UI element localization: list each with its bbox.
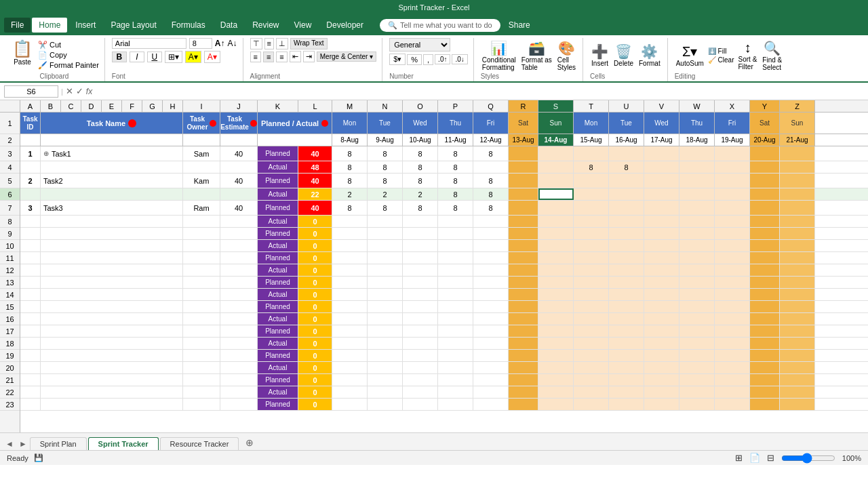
cell-A16[interactable] (20, 313, 41, 325)
cell-Y7[interactable] (750, 201, 780, 215)
col-header-K[interactable]: K (258, 100, 298, 112)
row-num-4[interactable]: 4 (0, 161, 20, 174)
col-header-I[interactable]: I (183, 100, 220, 112)
cell-S2[interactable]: 14-Aug (538, 134, 574, 146)
cell-R7[interactable] (509, 201, 538, 215)
italic-button[interactable]: I (130, 52, 144, 62)
cell-Q3[interactable]: 8 (473, 146, 509, 161)
cell-A4[interactable] (20, 161, 41, 173)
col-header-R[interactable]: R (509, 100, 538, 112)
cell-U2[interactable]: 16-Aug (609, 134, 644, 146)
format-cells-button[interactable]: ⚙️ Format (637, 42, 662, 68)
format-as-table-button[interactable]: 🗃️ Format asTable (520, 39, 553, 73)
row-num-23[interactable]: 23 (0, 399, 20, 411)
cell-A19[interactable] (20, 350, 41, 361)
cell-P3[interactable]: 8 (438, 146, 473, 161)
zoom-slider[interactable] (781, 453, 835, 464)
cell-R1[interactable]: Sat (509, 113, 538, 134)
cell-Z1[interactable]: Sun (780, 113, 815, 134)
cell-L14[interactable]: 0 (298, 289, 332, 300)
cell-X5[interactable] (715, 174, 750, 188)
cell-Q1[interactable]: Fri (473, 113, 509, 134)
cell-BH16[interactable] (41, 313, 183, 325)
find-select-button[interactable]: 🔍 Find &Select (761, 39, 783, 73)
cell-S4[interactable] (538, 161, 574, 173)
cell-A21[interactable] (20, 374, 41, 386)
cell-I11[interactable] (183, 252, 220, 264)
cell-A22[interactable] (20, 386, 41, 398)
cell-A9[interactable] (20, 228, 41, 239)
cell-X3[interactable] (715, 146, 750, 161)
cell-L20[interactable]: 0 (298, 362, 332, 373)
cell-X7[interactable] (715, 201, 750, 215)
cell-J17[interactable] (220, 325, 258, 337)
cell-A20[interactable] (20, 362, 41, 373)
row-num-16[interactable]: 16 (0, 313, 20, 325)
cell-J8[interactable] (220, 216, 258, 227)
cell-J23[interactable] (220, 399, 258, 410)
align-bottom-button[interactable]: ⊥ (276, 38, 288, 49)
cell-A3[interactable]: 1 (20, 146, 41, 161)
cell-Y6[interactable] (750, 188, 780, 200)
cell-I21[interactable] (183, 374, 220, 386)
scroll-right-icon[interactable]: ► (16, 438, 30, 450)
col-header-S[interactable]: S (538, 100, 574, 112)
cell-BH7[interactable]: Task3 (41, 201, 183, 215)
cell-L6[interactable]: 22 (298, 188, 332, 200)
cell-S5[interactable] (538, 174, 574, 188)
cell-W8[interactable] (679, 216, 715, 227)
cell-L22[interactable]: 0 (298, 386, 332, 398)
cell-L3[interactable]: 40 (298, 146, 332, 161)
cell-BH23[interactable] (41, 399, 183, 410)
cell-A2[interactable] (20, 134, 41, 146)
cell-Z4[interactable] (780, 161, 815, 173)
indent-increase-button[interactable]: ⇥ (303, 51, 315, 62)
row-num-20[interactable]: 20 (0, 362, 20, 374)
cell-W2[interactable]: 18-Aug (679, 134, 715, 146)
cell-M7[interactable]: 8 (332, 201, 368, 215)
cell-I3[interactable]: Sam (183, 146, 220, 161)
cell-L19[interactable]: 0 (298, 350, 332, 361)
cell-J14[interactable] (220, 289, 258, 300)
cell-BH4[interactable] (41, 161, 183, 173)
cell-BH22[interactable] (41, 386, 183, 398)
cell-U3[interactable] (609, 146, 644, 161)
cell-L10[interactable]: 0 (298, 240, 332, 251)
row-num-15[interactable]: 15 (0, 301, 20, 313)
cell-S7[interactable] (538, 201, 574, 215)
cell-U6[interactable] (609, 188, 644, 200)
col-header-N[interactable]: N (368, 100, 403, 112)
row-num-3[interactable]: 3 (0, 146, 20, 161)
cell-BH5[interactable]: Task2 (41, 174, 183, 188)
row-num-17[interactable]: 17 (0, 325, 20, 338)
confirm-icon[interactable]: ✓ (76, 86, 83, 96)
owner-filter-icon[interactable] (210, 120, 216, 127)
cell-Z8[interactable] (780, 216, 815, 227)
col-header-B[interactable]: B (41, 100, 61, 112)
cell-J16[interactable] (220, 313, 258, 325)
cell-K21[interactable]: Planned (258, 374, 298, 386)
estimate-filter-icon[interactable] (250, 120, 257, 127)
cell-BH8[interactable] (41, 216, 183, 227)
col-header-V[interactable]: V (644, 100, 679, 112)
cell-BH12[interactable] (41, 264, 183, 276)
cell-P1[interactable]: Thu (438, 113, 473, 134)
font-name-input[interactable] (112, 38, 186, 49)
cell-J13[interactable] (220, 277, 258, 288)
col-header-F[interactable]: F (122, 100, 142, 112)
decrease-decimal-button[interactable]: .0↓ (452, 54, 467, 64)
cell-A14[interactable] (20, 289, 41, 300)
cell-I13[interactable] (183, 277, 220, 288)
sheet-tab-sprint-plan[interactable]: Sprint Plan (30, 437, 87, 450)
col-header-U[interactable]: U (609, 100, 644, 112)
task-name-filter-icon[interactable] (128, 119, 136, 127)
cell-A5[interactable]: 2 (20, 174, 41, 188)
cell-P6[interactable]: 8 (438, 188, 473, 200)
cell-O7[interactable]: 8 (403, 201, 438, 215)
cell-J19[interactable] (220, 350, 258, 361)
cell-K3[interactable]: Planned (258, 146, 298, 161)
cell-P2[interactable]: 11-Aug (438, 134, 473, 146)
cell-J20[interactable] (220, 362, 258, 373)
cell-J12[interactable] (220, 264, 258, 276)
cell-K10[interactable]: Actual (258, 240, 298, 251)
